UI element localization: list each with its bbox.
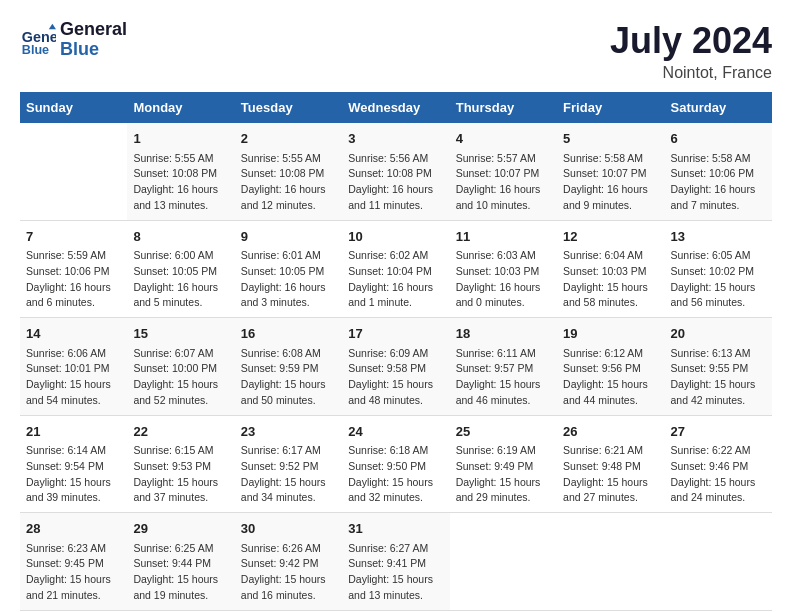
day-number: 15 [133, 324, 228, 344]
calendar-cell: 9Sunrise: 6:01 AM Sunset: 10:05 PM Dayli… [235, 220, 342, 318]
day-number: 17 [348, 324, 443, 344]
calendar-cell: 13Sunrise: 6:05 AM Sunset: 10:02 PM Dayl… [665, 220, 772, 318]
calendar-cell: 11Sunrise: 6:03 AM Sunset: 10:03 PM Dayl… [450, 220, 557, 318]
day-info: Sunrise: 6:21 AM Sunset: 9:48 PM Dayligh… [563, 443, 658, 506]
day-number: 23 [241, 422, 336, 442]
day-number: 6 [671, 129, 766, 149]
calendar-week-row: 28Sunrise: 6:23 AM Sunset: 9:45 PM Dayli… [20, 513, 772, 611]
svg-text:Blue: Blue [22, 43, 49, 57]
day-number: 7 [26, 227, 121, 247]
day-number: 1 [133, 129, 228, 149]
day-info: Sunrise: 6:27 AM Sunset: 9:41 PM Dayligh… [348, 541, 443, 604]
logo-line2: Blue [60, 40, 127, 60]
day-number: 21 [26, 422, 121, 442]
calendar-body: 1Sunrise: 5:55 AM Sunset: 10:08 PM Dayli… [20, 123, 772, 610]
day-info: Sunrise: 6:09 AM Sunset: 9:58 PM Dayligh… [348, 346, 443, 409]
day-number: 31 [348, 519, 443, 539]
calendar-cell: 25Sunrise: 6:19 AM Sunset: 9:49 PM Dayli… [450, 415, 557, 513]
calendar-cell: 5Sunrise: 5:58 AM Sunset: 10:07 PM Dayli… [557, 123, 664, 220]
title-block: July 2024 Nointot, France [610, 20, 772, 82]
calendar-cell: 1Sunrise: 5:55 AM Sunset: 10:08 PM Dayli… [127, 123, 234, 220]
day-number: 22 [133, 422, 228, 442]
calendar-week-row: 1Sunrise: 5:55 AM Sunset: 10:08 PM Dayli… [20, 123, 772, 220]
calendar-cell: 24Sunrise: 6:18 AM Sunset: 9:50 PM Dayli… [342, 415, 449, 513]
day-number: 9 [241, 227, 336, 247]
calendar-cell: 20Sunrise: 6:13 AM Sunset: 9:55 PM Dayli… [665, 318, 772, 416]
day-info: Sunrise: 6:17 AM Sunset: 9:52 PM Dayligh… [241, 443, 336, 506]
day-number: 14 [26, 324, 121, 344]
weekday-header: Thursday [450, 92, 557, 123]
calendar-cell: 19Sunrise: 6:12 AM Sunset: 9:56 PM Dayli… [557, 318, 664, 416]
day-number: 26 [563, 422, 658, 442]
logo-icon: General Blue [20, 22, 56, 58]
calendar-cell: 27Sunrise: 6:22 AM Sunset: 9:46 PM Dayli… [665, 415, 772, 513]
day-info: Sunrise: 6:19 AM Sunset: 9:49 PM Dayligh… [456, 443, 551, 506]
calendar-cell: 16Sunrise: 6:08 AM Sunset: 9:59 PM Dayli… [235, 318, 342, 416]
calendar-cell: 10Sunrise: 6:02 AM Sunset: 10:04 PM Dayl… [342, 220, 449, 318]
logo: General Blue General Blue [20, 20, 127, 60]
day-number: 13 [671, 227, 766, 247]
calendar-table: SundayMondayTuesdayWednesdayThursdayFrid… [20, 92, 772, 611]
calendar-header: SundayMondayTuesdayWednesdayThursdayFrid… [20, 92, 772, 123]
logo-text: General Blue [60, 20, 127, 60]
day-number: 20 [671, 324, 766, 344]
calendar-cell: 23Sunrise: 6:17 AM Sunset: 9:52 PM Dayli… [235, 415, 342, 513]
day-number: 18 [456, 324, 551, 344]
calendar-cell: 28Sunrise: 6:23 AM Sunset: 9:45 PM Dayli… [20, 513, 127, 611]
day-info: Sunrise: 6:07 AM Sunset: 10:00 PM Daylig… [133, 346, 228, 409]
calendar-cell: 2Sunrise: 5:55 AM Sunset: 10:08 PM Dayli… [235, 123, 342, 220]
main-title: July 2024 [610, 20, 772, 62]
calendar-cell: 31Sunrise: 6:27 AM Sunset: 9:41 PM Dayli… [342, 513, 449, 611]
calendar-cell: 8Sunrise: 6:00 AM Sunset: 10:05 PM Dayli… [127, 220, 234, 318]
calendar-cell: 14Sunrise: 6:06 AM Sunset: 10:01 PM Dayl… [20, 318, 127, 416]
weekday-header: Saturday [665, 92, 772, 123]
calendar-cell [665, 513, 772, 611]
svg-text:General: General [22, 29, 56, 45]
day-number: 10 [348, 227, 443, 247]
calendar-cell: 15Sunrise: 6:07 AM Sunset: 10:00 PM Dayl… [127, 318, 234, 416]
day-info: Sunrise: 6:05 AM Sunset: 10:02 PM Daylig… [671, 248, 766, 311]
day-info: Sunrise: 6:22 AM Sunset: 9:46 PM Dayligh… [671, 443, 766, 506]
subtitle: Nointot, France [610, 64, 772, 82]
weekday-header: Tuesday [235, 92, 342, 123]
calendar-cell: 12Sunrise: 6:04 AM Sunset: 10:03 PM Dayl… [557, 220, 664, 318]
calendar-week-row: 7Sunrise: 5:59 AM Sunset: 10:06 PM Dayli… [20, 220, 772, 318]
day-number: 30 [241, 519, 336, 539]
day-info: Sunrise: 6:08 AM Sunset: 9:59 PM Dayligh… [241, 346, 336, 409]
day-info: Sunrise: 6:03 AM Sunset: 10:03 PM Daylig… [456, 248, 551, 311]
day-number: 24 [348, 422, 443, 442]
day-info: Sunrise: 6:25 AM Sunset: 9:44 PM Dayligh… [133, 541, 228, 604]
day-info: Sunrise: 5:58 AM Sunset: 10:07 PM Daylig… [563, 151, 658, 214]
day-info: Sunrise: 6:15 AM Sunset: 9:53 PM Dayligh… [133, 443, 228, 506]
weekday-header: Sunday [20, 92, 127, 123]
calendar-cell [450, 513, 557, 611]
weekday-header: Wednesday [342, 92, 449, 123]
calendar-cell: 17Sunrise: 6:09 AM Sunset: 9:58 PM Dayli… [342, 318, 449, 416]
day-number: 8 [133, 227, 228, 247]
day-number: 29 [133, 519, 228, 539]
day-info: Sunrise: 5:55 AM Sunset: 10:08 PM Daylig… [241, 151, 336, 214]
day-number: 12 [563, 227, 658, 247]
day-number: 27 [671, 422, 766, 442]
day-info: Sunrise: 6:26 AM Sunset: 9:42 PM Dayligh… [241, 541, 336, 604]
calendar-week-row: 21Sunrise: 6:14 AM Sunset: 9:54 PM Dayli… [20, 415, 772, 513]
weekday-row: SundayMondayTuesdayWednesdayThursdayFrid… [20, 92, 772, 123]
day-info: Sunrise: 6:11 AM Sunset: 9:57 PM Dayligh… [456, 346, 551, 409]
calendar-cell: 21Sunrise: 6:14 AM Sunset: 9:54 PM Dayli… [20, 415, 127, 513]
calendar-cell: 3Sunrise: 5:56 AM Sunset: 10:08 PM Dayli… [342, 123, 449, 220]
day-number: 28 [26, 519, 121, 539]
calendar-cell: 29Sunrise: 6:25 AM Sunset: 9:44 PM Dayli… [127, 513, 234, 611]
day-info: Sunrise: 6:04 AM Sunset: 10:03 PM Daylig… [563, 248, 658, 311]
day-info: Sunrise: 5:55 AM Sunset: 10:08 PM Daylig… [133, 151, 228, 214]
day-number: 2 [241, 129, 336, 149]
day-info: Sunrise: 6:14 AM Sunset: 9:54 PM Dayligh… [26, 443, 121, 506]
day-number: 25 [456, 422, 551, 442]
day-info: Sunrise: 5:59 AM Sunset: 10:06 PM Daylig… [26, 248, 121, 311]
day-info: Sunrise: 6:00 AM Sunset: 10:05 PM Daylig… [133, 248, 228, 311]
day-number: 16 [241, 324, 336, 344]
day-info: Sunrise: 6:23 AM Sunset: 9:45 PM Dayligh… [26, 541, 121, 604]
calendar-cell: 30Sunrise: 6:26 AM Sunset: 9:42 PM Dayli… [235, 513, 342, 611]
calendar-cell [557, 513, 664, 611]
weekday-header: Friday [557, 92, 664, 123]
calendar-cell: 18Sunrise: 6:11 AM Sunset: 9:57 PM Dayli… [450, 318, 557, 416]
